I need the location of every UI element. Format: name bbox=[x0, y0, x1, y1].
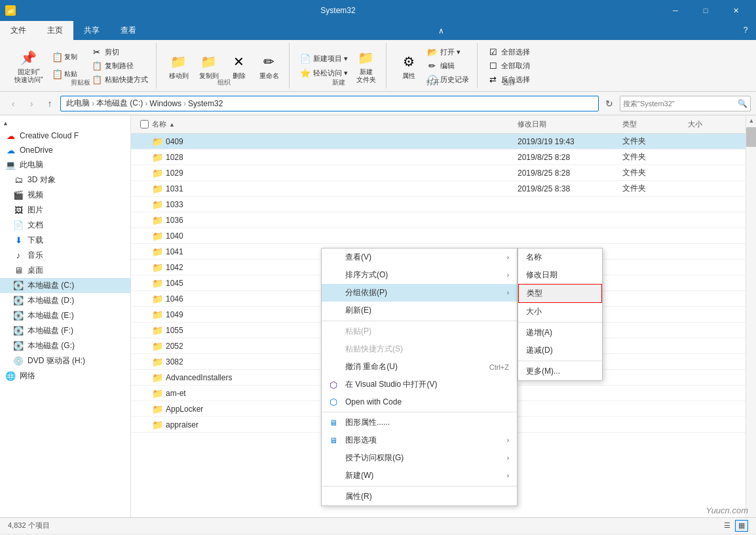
submenu-type[interactable]: 类型 bbox=[518, 284, 602, 303]
sidebar-item-videos[interactable]: 🎬 视频 bbox=[0, 188, 130, 203]
search-input[interactable] bbox=[623, 100, 738, 108]
submenu-date[interactable]: 修改日期 bbox=[518, 266, 602, 284]
ctx-undo[interactable]: 撤消 重命名(U) Ctrl+Z bbox=[322, 358, 517, 376]
file-row-1029[interactable]: 📁1029 2019/8/25 8:28 文件夹 bbox=[131, 165, 746, 181]
submenu-name[interactable]: 名称 bbox=[518, 248, 602, 266]
address-path[interactable]: 此电脑 › 本地磁盘 (C:) › Windows › System32 bbox=[60, 96, 599, 111]
edit-button[interactable]: ✏ 编辑 bbox=[425, 59, 472, 72]
ribbon-tab-home[interactable]: 主页 bbox=[37, 21, 73, 40]
ribbon-help-button[interactable]: ? bbox=[735, 21, 756, 39]
col-name-header[interactable]: 名称 ▲ bbox=[152, 119, 518, 129]
videos-label: 视频 bbox=[28, 189, 43, 201]
select-none-label: 全部取消 bbox=[501, 61, 530, 71]
new-folder-button[interactable]: 📁 新建文件夹 bbox=[352, 45, 381, 86]
back-button[interactable]: ‹ bbox=[5, 96, 21, 111]
copy-button[interactable]: 📋 复制 bbox=[48, 49, 88, 65]
ctx-group[interactable]: 分组依据(P) › bbox=[322, 284, 517, 302]
view-details-button[interactable]: ☰ bbox=[721, 520, 734, 532]
sidebar-item-creative-cloud[interactable]: ☁ Creative Cloud F bbox=[0, 129, 130, 143]
forward-button[interactable]: › bbox=[24, 96, 39, 111]
submenu-more[interactable]: 更多(M)... bbox=[518, 363, 602, 380]
sidebar-item-downloads[interactable]: ⬇ 下载 bbox=[0, 233, 130, 248]
file-row-1040[interactable]: 📁1040 bbox=[131, 228, 746, 244]
new-item-button[interactable]: 📄 新建项目 ▾ bbox=[297, 52, 350, 65]
sort-arrow: ▲ bbox=[169, 121, 175, 128]
refresh-button[interactable]: ↻ bbox=[601, 96, 617, 111]
sidebar-item-this-pc[interactable]: 💻 此电脑 bbox=[0, 157, 130, 172]
submenu-size[interactable]: 大小 bbox=[518, 303, 602, 321]
select-all-checkbox[interactable] bbox=[140, 120, 149, 129]
open-button[interactable]: 📂 打开 ▾ bbox=[425, 45, 472, 58]
maximize-button[interactable]: □ bbox=[690, 0, 721, 21]
scroll-up-button[interactable]: ▲ bbox=[746, 115, 756, 126]
col-type-header[interactable]: 类型 bbox=[622, 119, 688, 129]
copy-path-button[interactable]: 📋 复制路径 bbox=[89, 59, 151, 72]
col-date-header[interactable]: 修改日期 bbox=[518, 119, 622, 129]
ctx-graphics-opts[interactable]: 🖥 图形选项 › bbox=[322, 431, 517, 449]
ctx-undo-shortcut: Ctrl+Z bbox=[489, 363, 509, 371]
sidebar-item-network[interactable]: 🌐 网络 bbox=[0, 368, 130, 384]
ctx-refresh[interactable]: 刷新(E) bbox=[322, 302, 517, 319]
sidebar-item-local-c[interactable]: 💽 本地磁盘 (C:) bbox=[0, 278, 130, 293]
col-checkbox-header[interactable] bbox=[136, 120, 152, 129]
scrollbar-thumb[interactable] bbox=[746, 127, 756, 147]
ctx-properties[interactable]: 属性(R) bbox=[322, 488, 517, 505]
scrollbar-right[interactable]: ▲ bbox=[746, 115, 756, 517]
ctx-paste[interactable]: 粘贴(P) bbox=[322, 323, 517, 340]
sidebar-item-local-e[interactable]: 💽 本地磁盘 (E:) bbox=[0, 308, 130, 323]
easy-access-button[interactable]: ⭐ 轻松访问 ▾ bbox=[297, 66, 350, 79]
paste-link-button[interactable]: 📋 粘贴快捷方式 bbox=[89, 73, 151, 86]
col-size-header[interactable]: 大小 bbox=[688, 119, 740, 129]
copy-to-button[interactable]: 📁 复制到 bbox=[195, 49, 223, 82]
select-all-button[interactable]: ☑ 全部选择 bbox=[485, 45, 533, 58]
ctx-vs-label: 在 Visual Studio 中打开(V) bbox=[345, 379, 438, 390]
view-buttons: ☰ ▦ bbox=[721, 520, 748, 532]
pin-button[interactable]: 📌 固定到"快速访问" bbox=[10, 45, 47, 86]
sidebar-item-local-g[interactable]: 💽 本地磁盘 (G:) bbox=[0, 338, 130, 353]
row-name-1029: 📁1029 bbox=[152, 168, 518, 178]
sidebar-collapse-top[interactable]: ▲ bbox=[0, 118, 130, 129]
delete-button[interactable]: ✕ 删除 bbox=[225, 49, 254, 82]
sidebar-item-music[interactable]: ♪ 音乐 bbox=[0, 248, 130, 263]
properties-button[interactable]: ⚙ 属性 bbox=[394, 49, 423, 82]
ribbon-tab-file[interactable]: 文件 bbox=[0, 21, 37, 40]
close-button[interactable]: ✕ bbox=[721, 0, 751, 21]
sidebar-item-local-d[interactable]: 💽 本地磁盘 (D:) bbox=[0, 293, 130, 308]
sidebar-item-desktop[interactable]: 🖥 桌面 bbox=[0, 263, 130, 278]
folder-icon: 📁 bbox=[152, 388, 163, 399]
ctx-sort[interactable]: 排序方式(O) › bbox=[322, 266, 517, 284]
ribbon-collapse-button[interactable]: ∧ bbox=[430, 26, 452, 35]
select-none-button[interactable]: ☐ 全部取消 bbox=[485, 59, 533, 72]
file-row-1036[interactable]: 📁1036 bbox=[131, 212, 746, 228]
file-row-1033[interactable]: 📁1033 bbox=[131, 197, 746, 212]
ctx-graphics[interactable]: 🖥 图形属性...... bbox=[322, 414, 517, 431]
minimize-button[interactable]: ─ bbox=[660, 0, 690, 21]
submenu-desc[interactable]: 递减(D) bbox=[518, 342, 602, 359]
ctx-view[interactable]: 查看(V) › bbox=[322, 248, 517, 266]
ctx-new[interactable]: 新建(W) › bbox=[322, 467, 517, 485]
ctx-vscode[interactable]: ⬡ Open with Code bbox=[322, 393, 517, 410]
cut-button[interactable]: ✂ 剪切 bbox=[89, 45, 151, 58]
ribbon-tab-view[interactable]: 查看 bbox=[110, 21, 147, 40]
submenu-asc[interactable]: 递增(A) bbox=[518, 324, 602, 342]
move-to-button[interactable]: 📁 移动到 bbox=[164, 49, 193, 82]
file-row-1031[interactable]: 📁1031 2019/8/25 8:38 文件夹 bbox=[131, 181, 746, 197]
row-name-1036: 📁1036 bbox=[152, 215, 518, 226]
sidebar-item-pictures[interactable]: 🖼 图片 bbox=[0, 203, 130, 218]
ctx-paste-link[interactable]: 粘贴快捷方式(S) bbox=[322, 340, 517, 358]
ctx-access[interactable]: 授予访问权限(G) › bbox=[322, 449, 517, 467]
sidebar-item-documents[interactable]: 📄 文档 bbox=[0, 218, 130, 233]
file-row-1028[interactable]: 📁1028 2019/8/25 8:28 文件夹 bbox=[131, 149, 746, 165]
rename-button[interactable]: ✏ 重命名 bbox=[255, 49, 284, 82]
sidebar-item-dvd-h[interactable]: 💿 DVD 驱动器 (H:) bbox=[0, 353, 130, 368]
ctx-vs[interactable]: ⬡ 在 Visual Studio 中打开(V) bbox=[322, 376, 517, 393]
ribbon-tab-share[interactable]: 共享 bbox=[73, 21, 110, 40]
sidebar-item-onedrive[interactable]: ☁ OneDrive bbox=[0, 143, 130, 157]
sidebar-item-3d-objects[interactable]: 🗂 3D 对象 bbox=[0, 172, 130, 188]
view-large-icons-button[interactable]: ▦ bbox=[735, 520, 748, 532]
music-icon: ♪ bbox=[13, 250, 24, 261]
search-box[interactable]: 🔍 bbox=[620, 96, 751, 111]
up-button[interactable]: ↑ bbox=[42, 96, 58, 111]
file-row-0409[interactable]: 📁0409 2019/3/19 19:43 文件夹 bbox=[131, 134, 746, 149]
sidebar-item-local-f[interactable]: 💽 本地磁盘 (F:) bbox=[0, 323, 130, 338]
